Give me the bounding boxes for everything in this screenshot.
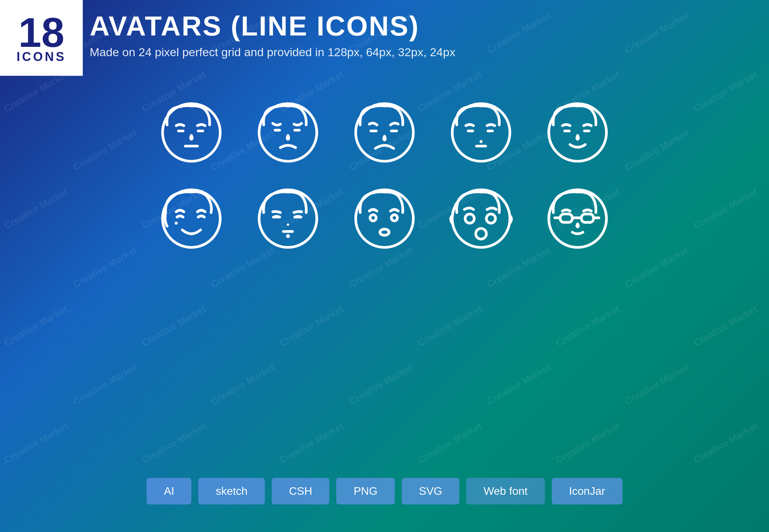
svg-point-23 [287, 224, 289, 226]
svg-point-13 [480, 140, 483, 143]
svg-point-29 [380, 229, 389, 235]
svg-point-33 [476, 228, 487, 239]
svg-point-4 [259, 104, 317, 161]
format-badge-sketch[interactable]: sketch [198, 478, 264, 504]
svg-rect-35 [560, 214, 572, 222]
icons-row-1 [153, 93, 616, 169]
format-badge-csh[interactable]: CSH [272, 478, 330, 504]
svg-point-28 [391, 215, 398, 221]
format-badges-row: AI sketch CSH PNG SVG Web font IconJar [0, 478, 769, 504]
svg-point-19 [175, 222, 178, 225]
avatar-sleepy-icon [250, 179, 326, 255]
format-badge-png[interactable]: PNG [336, 478, 395, 504]
svg-point-0 [162, 104, 220, 161]
icons-grid [0, 93, 769, 255]
header: AVATARS (LINE ICONS) Made on 24 pixel pe… [90, 10, 455, 59]
icons-row-2 [153, 179, 616, 255]
avatar-neutral-icon [153, 93, 229, 169]
badge-number: 18 [18, 12, 64, 53]
svg-point-31 [465, 214, 474, 223]
format-badge-iconjar[interactable]: IconJar [552, 478, 622, 504]
svg-point-15 [549, 104, 606, 161]
icon-count-badge: 18 ICONS [0, 0, 83, 76]
watermark-overlay: Creative Market Creative Market Creative… [0, 0, 769, 532]
svg-point-32 [486, 214, 495, 223]
main-background: Creative Market Creative Market Creative… [0, 0, 769, 532]
svg-rect-36 [581, 214, 593, 222]
format-badge-svg[interactable]: SVG [402, 478, 460, 504]
svg-point-25 [286, 234, 290, 238]
avatar-frown-icon [347, 93, 422, 169]
avatar-shocked-icon [443, 179, 519, 255]
avatar-glasses-icon [540, 179, 616, 255]
svg-point-10 [452, 104, 510, 161]
avatar-happy-icon [153, 179, 229, 255]
page-subtitle: Made on 24 pixel perfect grid and provid… [90, 45, 455, 59]
format-badge-webfont[interactable]: Web font [466, 478, 545, 504]
avatar-surprised-icon [347, 179, 422, 255]
avatar-smile-icon [540, 93, 616, 169]
format-badge-ai[interactable]: AI [147, 478, 191, 504]
svg-point-27 [370, 215, 376, 221]
avatar-sad-icon [250, 93, 326, 169]
avatar-thoughtful-icon [443, 93, 519, 169]
page-title: AVATARS (LINE ICONS) [90, 10, 455, 42]
svg-point-7 [356, 104, 413, 161]
badge-label: ICONS [17, 50, 66, 64]
